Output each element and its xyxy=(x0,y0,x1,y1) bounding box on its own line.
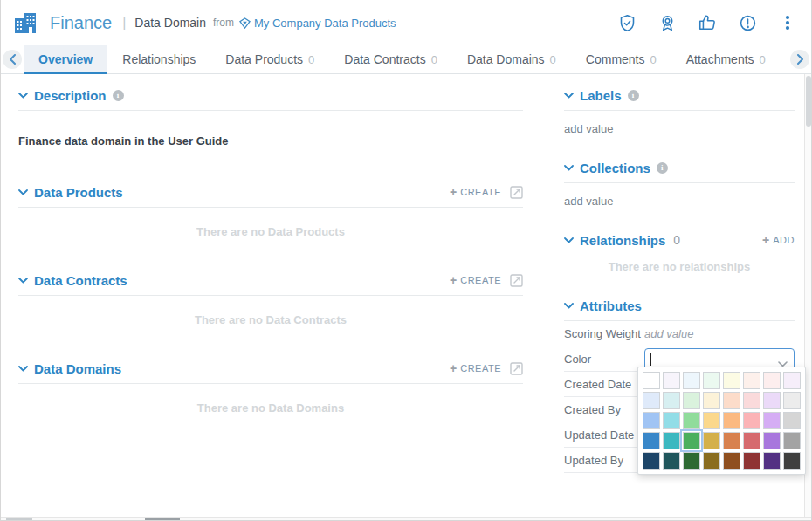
color-swatch[interactable] xyxy=(683,412,700,429)
color-swatch[interactable] xyxy=(743,392,760,409)
section-title: Data Domains xyxy=(34,361,121,376)
color-swatch[interactable] xyxy=(683,432,700,449)
color-swatch[interactable] xyxy=(683,372,700,389)
chevron-down-icon[interactable] xyxy=(564,237,574,243)
divider xyxy=(18,110,523,111)
color-swatch[interactable] xyxy=(643,372,660,389)
color-swatch[interactable] xyxy=(703,372,720,389)
alert-circle-icon[interactable] xyxy=(738,13,757,32)
tab-comments[interactable]: Comments0 xyxy=(571,45,671,73)
color-swatch[interactable] xyxy=(643,392,660,409)
tab-label: Overview xyxy=(38,52,93,66)
chevron-down-icon[interactable] xyxy=(18,93,28,99)
section-title: Description xyxy=(34,88,107,103)
color-swatch[interactable] xyxy=(723,372,740,389)
divider xyxy=(18,207,523,208)
page-title: Finance xyxy=(50,13,112,33)
tabs-scroll-left-button[interactable] xyxy=(1,45,24,73)
attribute-label: Updated By xyxy=(564,454,644,467)
create-data-contract-button[interactable]: + CREATE xyxy=(450,273,501,287)
add-attribute-value[interactable]: add value xyxy=(644,327,693,340)
color-swatch[interactable] xyxy=(663,372,680,389)
chevron-down-icon[interactable] xyxy=(564,93,574,99)
plus-icon: + xyxy=(450,361,457,375)
chevron-down-icon[interactable] xyxy=(18,366,28,372)
color-swatch[interactable] xyxy=(703,432,720,449)
create-data-domain-button[interactable]: + CREATE xyxy=(450,361,501,375)
color-swatch[interactable] xyxy=(743,412,760,429)
color-swatch[interactable] xyxy=(643,412,660,429)
color-swatch[interactable] xyxy=(783,392,801,409)
color-swatch[interactable] xyxy=(703,452,720,470)
add-collection-value[interactable]: add value xyxy=(564,195,795,208)
color-swatch[interactable] xyxy=(723,432,740,449)
color-swatch[interactable] xyxy=(683,392,700,409)
open-editor-icon[interactable] xyxy=(510,274,523,287)
tab-attachments[interactable]: Attachments0 xyxy=(671,45,781,73)
color-swatch[interactable] xyxy=(783,452,801,470)
color-swatch[interactable] xyxy=(743,452,760,470)
color-swatch[interactable] xyxy=(663,412,680,429)
color-swatch[interactable] xyxy=(723,412,740,429)
section-relationships: Relationships 0 + ADD There are no relat… xyxy=(564,231,795,273)
plus-icon: + xyxy=(762,233,769,247)
horizontal-scrollbar[interactable] xyxy=(1,517,811,520)
kebab-menu-icon[interactable] xyxy=(778,13,797,32)
tabs-scroll-right-button[interactable] xyxy=(788,45,811,73)
info-icon[interactable]: i xyxy=(628,90,639,101)
tab-data-contracts[interactable]: Data Contracts0 xyxy=(329,45,452,73)
tab-count: 0 xyxy=(550,53,556,66)
tab-data-products[interactable]: Data Products0 xyxy=(210,45,329,73)
color-swatch[interactable] xyxy=(743,432,760,449)
color-swatch[interactable] xyxy=(763,392,781,409)
color-swatch[interactable] xyxy=(783,412,801,429)
org-gem-icon xyxy=(239,17,251,29)
color-swatch[interactable] xyxy=(763,432,781,449)
color-swatch[interactable] xyxy=(783,432,801,449)
tab-label: Data Domains xyxy=(467,52,545,66)
chevron-down-icon[interactable] xyxy=(564,303,574,309)
color-swatch[interactable] xyxy=(683,452,700,470)
color-swatch[interactable] xyxy=(783,372,801,389)
color-swatch[interactable] xyxy=(743,372,760,389)
create-data-product-button[interactable]: + CREATE xyxy=(450,185,501,199)
award-ribbon-icon[interactable] xyxy=(657,13,677,32)
info-icon[interactable]: i xyxy=(113,90,124,101)
color-swatch[interactable] xyxy=(763,372,781,389)
tab-count: 0 xyxy=(308,53,314,66)
color-swatch[interactable] xyxy=(763,452,781,470)
info-icon[interactable]: i xyxy=(657,162,668,174)
tab-label: Attachments xyxy=(686,52,754,66)
chevron-down-icon[interactable] xyxy=(18,278,28,284)
color-swatch[interactable] xyxy=(723,452,740,470)
color-swatch[interactable] xyxy=(643,452,660,470)
color-swatch[interactable] xyxy=(663,432,680,449)
add-label-value[interactable]: add value xyxy=(564,122,795,135)
open-editor-icon[interactable] xyxy=(510,362,523,375)
color-swatch[interactable] xyxy=(703,392,720,409)
chevron-down-icon[interactable] xyxy=(18,189,28,195)
color-swatch[interactable] xyxy=(663,452,680,470)
color-swatch[interactable] xyxy=(723,392,740,409)
color-swatch[interactable] xyxy=(663,392,680,409)
color-swatch[interactable] xyxy=(643,432,660,449)
open-editor-icon[interactable] xyxy=(510,186,523,199)
section-data-contracts: Data Contracts + CREATE T xyxy=(18,271,523,326)
chevron-down-icon[interactable] xyxy=(564,165,574,171)
vertical-scrollbar-thumb[interactable] xyxy=(806,76,811,127)
section-title: Collections xyxy=(580,161,650,175)
tab-label: Comments xyxy=(586,52,645,66)
add-relationship-button[interactable]: + ADD xyxy=(762,233,795,247)
tab-overview[interactable]: Overview xyxy=(24,45,107,73)
shield-check-icon[interactable] xyxy=(617,13,637,32)
thumbs-up-icon[interactable] xyxy=(698,13,717,32)
tab-data-domains[interactable]: Data Domains0 xyxy=(452,45,571,73)
divider xyxy=(18,383,523,384)
building-logo-icon xyxy=(13,10,38,35)
org-link[interactable]: My Company Data Products xyxy=(254,17,396,30)
tab-relationships[interactable]: Relationships xyxy=(107,45,210,73)
color-swatch[interactable] xyxy=(763,412,781,429)
description-text: Finance data domain in the User Guide xyxy=(18,134,523,147)
color-swatch[interactable] xyxy=(703,412,720,429)
tab-count: 0 xyxy=(760,53,766,66)
